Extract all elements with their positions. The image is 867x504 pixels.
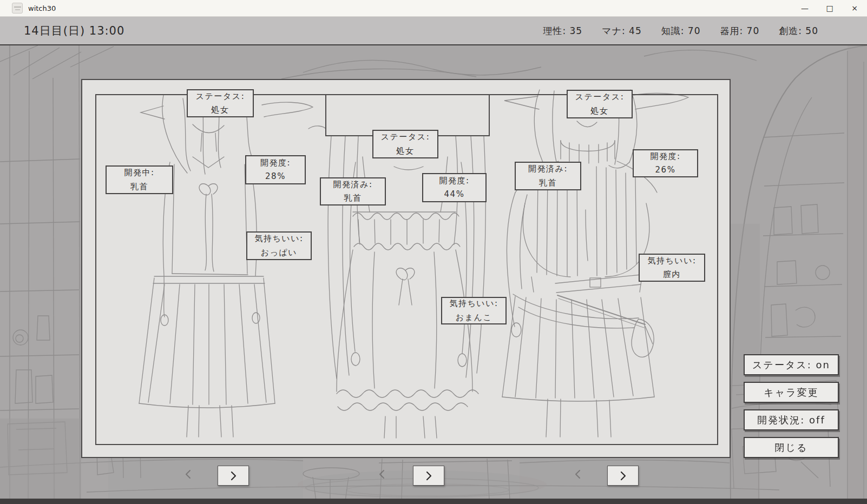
char1-status-box: ステータス: 処女 bbox=[187, 89, 254, 117]
char1-dev-value: 乳首 bbox=[130, 180, 148, 194]
char3-feel-title: 気持ちいい: bbox=[647, 254, 696, 268]
chevron-left-icon bbox=[378, 469, 386, 480]
chevron-left-icon bbox=[184, 469, 193, 480]
game-datetime: 14日目(日) 13:00 bbox=[24, 23, 124, 38]
window-controls: — □ × bbox=[792, 0, 867, 16]
app-icon bbox=[12, 3, 23, 14]
stat-knowledge: 知識: 70 bbox=[661, 24, 701, 37]
char1-feel-title: 気持ちいい: bbox=[254, 232, 303, 246]
character-status-panel: ステータス: 処女 開発中: 乳首 開発度: 28% 気持ちいい: おっぱい ス… bbox=[81, 79, 731, 458]
char3-rate-value: 26% bbox=[655, 163, 676, 177]
chevron-left-icon bbox=[574, 469, 582, 480]
window-titlebar: witch30 — □ × bbox=[0, 0, 867, 17]
char1-next-button[interactable] bbox=[218, 466, 249, 486]
char2-rate-title: 開発度: bbox=[439, 174, 469, 188]
char1-rate-box: 開発度: 28% bbox=[245, 155, 306, 184]
char3-feel-value: 膣内 bbox=[663, 268, 681, 282]
dev-status-toggle-button[interactable]: 開発状況: off bbox=[744, 409, 839, 430]
char2-dev-value: 乳首 bbox=[344, 191, 362, 205]
char2-rate-value: 44% bbox=[444, 188, 465, 202]
stat-reason: 理性: 35 bbox=[543, 24, 582, 37]
char2-status-title: ステータス: bbox=[381, 130, 430, 144]
chevron-right-icon bbox=[619, 470, 627, 481]
char3-status-box: ステータス: 処女 bbox=[567, 90, 633, 118]
window-title: witch30 bbox=[28, 4, 56, 12]
char2-feel-value: おまんこ bbox=[456, 311, 492, 325]
char3-status-value: 処女 bbox=[591, 104, 609, 118]
char1-dev-box: 開発中: 乳首 bbox=[106, 165, 173, 194]
char1-status-title: ステータス: bbox=[196, 90, 245, 104]
char1-feel-value: おっぱい bbox=[261, 246, 297, 260]
char3-feel-box: 気持ちいい: 膣内 bbox=[639, 254, 705, 282]
stats-bar: 理性: 35 マナ: 45 知識: 70 器用: 70 創造: 50 bbox=[543, 24, 818, 37]
char2-dev-title: 開発済み: bbox=[333, 178, 373, 192]
char1-status-value: 処女 bbox=[212, 103, 229, 117]
character-change-button[interactable]: キャラ変更 bbox=[744, 382, 839, 403]
stat-mana: マナ: 45 bbox=[602, 24, 642, 37]
character-change-label: キャラ変更 bbox=[764, 386, 818, 399]
stat-creation: 創造: 50 bbox=[779, 24, 818, 37]
char2-rate-box: 開発度: 44% bbox=[422, 173, 487, 202]
close-panel-button[interactable]: 閉じる bbox=[744, 437, 839, 458]
stat-dexterity: 器用: 70 bbox=[720, 24, 759, 37]
status-toggle-label: ステータス: on bbox=[752, 359, 830, 372]
char2-status-box: ステータス: 処女 bbox=[372, 130, 438, 158]
maximize-button[interactable]: □ bbox=[817, 0, 842, 16]
char3-rate-box: 開発度: 26% bbox=[633, 149, 698, 177]
char2-prev-button-disabled bbox=[374, 466, 390, 482]
char1-prev-button-disabled bbox=[180, 466, 196, 482]
close-panel-label: 閉じる bbox=[775, 441, 808, 454]
char3-dev-value: 乳首 bbox=[539, 176, 557, 190]
char3-rate-title: 開発度: bbox=[650, 150, 680, 164]
game-header: 14日目(日) 13:00 理性: 35 マナ: 45 知識: 70 器用: 7… bbox=[0, 17, 867, 45]
char3-prev-button-disabled bbox=[570, 466, 586, 482]
char1-rate-value: 28% bbox=[265, 170, 286, 184]
char3-status-title: ステータス: bbox=[575, 90, 624, 104]
char2-feel-box: 気持ちいい: おまんこ bbox=[441, 297, 507, 324]
char3-next-button[interactable] bbox=[607, 466, 639, 486]
chevron-right-icon bbox=[229, 470, 238, 481]
floor-dark-strip bbox=[0, 499, 867, 504]
char1-feel-box: 気持ちいい: おっぱい bbox=[246, 231, 312, 260]
char3-dev-title: 開発済み: bbox=[528, 162, 568, 176]
char2-next-button[interactable] bbox=[413, 466, 444, 486]
close-window-button[interactable]: × bbox=[842, 0, 867, 16]
char1-rate-title: 開発度: bbox=[260, 156, 291, 170]
minimize-button[interactable]: — bbox=[792, 0, 817, 16]
status-toggle-button[interactable]: ステータス: on bbox=[744, 354, 839, 375]
char1-dev-title: 開発中: bbox=[124, 166, 154, 180]
char2-dev-box: 開発済み: 乳首 bbox=[320, 177, 386, 205]
char2-status-value: 処女 bbox=[397, 144, 415, 158]
chevron-right-icon bbox=[424, 470, 433, 481]
char2-feel-title: 気持ちいい: bbox=[449, 297, 498, 311]
char3-dev-box: 開発済み: 乳首 bbox=[515, 162, 581, 190]
dev-status-toggle-label: 開発状況: off bbox=[757, 414, 825, 427]
